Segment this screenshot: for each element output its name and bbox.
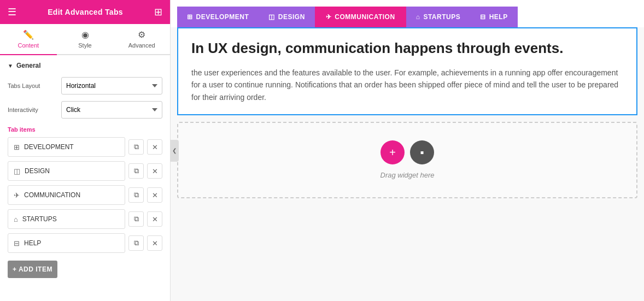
development-tab-icon: ⊞: [187, 13, 193, 21]
advanced-tab-label: Advanced: [128, 42, 155, 49]
communication-tab-icon: ✈: [326, 13, 332, 21]
tab-item-development[interactable]: ⊞ DEVELOPMENT: [8, 137, 125, 157]
help-duplicate-button[interactable]: ⧉: [128, 235, 144, 251]
development-duplicate-button[interactable]: ⧉: [128, 139, 144, 155]
design-duplicate-button[interactable]: ⧉: [128, 163, 144, 179]
interactivity-row: Interactivity Click Hover: [0, 98, 170, 122]
list-item: ◫ DESIGN ⧉ ✕: [0, 159, 170, 183]
panel-header: ☰ Edit Advanced Tabs ⊞: [0, 0, 170, 24]
tab-content[interactable]: ✏️ Content: [0, 24, 57, 54]
help-tab-label: HELP: [489, 13, 508, 21]
drop-zone[interactable]: + ▪ Drag widget here: [177, 122, 637, 198]
communication-item-label: COMMUNICATION: [24, 191, 80, 199]
design-tab-icon: ◫: [268, 13, 275, 21]
general-section-label: General: [16, 62, 41, 69]
tab-style[interactable]: ◉ Style: [57, 24, 114, 54]
drop-zone-icons: + ▪: [380, 140, 434, 164]
drop-zone-label: Drag widget here: [380, 171, 435, 179]
list-item: ✈ COMMUNICATION ⧉ ✕: [0, 183, 170, 207]
content-tab-icon: ✏️: [23, 29, 34, 40]
design-delete-button[interactable]: ✕: [147, 163, 162, 179]
tab-items-section-label: Tab items: [0, 122, 170, 135]
startups-item-label: STARTUPS: [22, 215, 57, 223]
content-heading: In UX design, communication happens thro…: [191, 39, 623, 58]
communication-tab-label: COMMUNICATION: [335, 13, 395, 21]
tabs-layout-label: Tabs Layout: [8, 82, 57, 89]
help-item-icon: ⊟: [14, 239, 20, 247]
help-tab-icon: ⊟: [480, 13, 486, 21]
advanced-tab-icon: ⚙: [138, 29, 145, 40]
design-tab-label: DESIGN: [278, 13, 305, 21]
content-body: the user experiences and the features av…: [191, 67, 623, 103]
tabs-layout-row: Tabs Layout Horizontal Vertical: [0, 74, 170, 98]
tabs-bar: ⊞ DEVELOPMENT ◫ DESIGN ✈ COMMUNICATION ⌂…: [171, 0, 644, 27]
right-panel: ❮ ⊞ DEVELOPMENT ◫ DESIGN ✈ COMMUNICATION…: [171, 0, 644, 301]
tab-button-help[interactable]: ⊟ HELP: [470, 7, 518, 27]
tab-item-design[interactable]: ◫ DESIGN: [8, 161, 125, 181]
general-arrow-icon: ▼: [8, 63, 13, 69]
startups-duplicate-button[interactable]: ⧉: [128, 211, 144, 227]
design-item-icon: ◫: [14, 167, 20, 175]
widget-type-button[interactable]: ▪: [410, 140, 434, 164]
style-tab-icon: ◉: [81, 29, 89, 40]
list-item: ⊞ DEVELOPMENT ⧉ ✕: [0, 135, 170, 159]
development-delete-button[interactable]: ✕: [147, 139, 162, 155]
left-panel: ☰ Edit Advanced Tabs ⊞ ✏️ Content ◉ Styl…: [0, 0, 171, 301]
tab-button-communication[interactable]: ✈ COMMUNICATION: [315, 7, 406, 27]
tab-button-development[interactable]: ⊞ DEVELOPMENT: [177, 7, 259, 27]
content-area: In UX design, communication happens thro…: [177, 27, 637, 115]
help-item-label: HELP: [24, 239, 41, 247]
style-tab-label: Style: [78, 42, 91, 49]
development-item-label: DEVELOPMENT: [24, 143, 74, 151]
startups-item-icon: ⌂: [14, 215, 18, 223]
communication-duplicate-button[interactable]: ⧉: [128, 187, 144, 203]
panel-body: ▼ General Tabs Layout Horizontal Vertica…: [0, 55, 170, 301]
tab-item-communication[interactable]: ✈ COMMUNICATION: [8, 185, 125, 205]
tab-button-startups[interactable]: ⌂ STARTUPS: [406, 7, 471, 27]
add-widget-button[interactable]: +: [380, 140, 405, 164]
development-tab-label: DEVELOPMENT: [196, 13, 249, 21]
panel-tabs: ✏️ Content ◉ Style ⚙ Advanced: [0, 24, 170, 55]
tab-item-startups[interactable]: ⌂ STARTUPS: [8, 209, 125, 229]
list-item: ⊟ HELP ⧉ ✕: [0, 231, 170, 255]
help-delete-button[interactable]: ✕: [147, 235, 162, 251]
content-tab-label: Content: [18, 42, 39, 49]
communication-delete-button[interactable]: ✕: [147, 187, 162, 203]
list-item: ⌂ STARTUPS ⧉ ✕: [0, 207, 170, 231]
hamburger-icon[interactable]: ☰: [8, 6, 16, 18]
interactivity-select[interactable]: Click Hover: [61, 101, 162, 119]
design-item-label: DESIGN: [25, 167, 50, 175]
tabs-layout-select[interactable]: Horizontal Vertical: [61, 77, 162, 95]
startups-tab-label: STARTUPS: [423, 13, 460, 21]
grid-icon[interactable]: ⊞: [154, 6, 162, 18]
tab-button-design[interactable]: ◫ DESIGN: [259, 7, 315, 27]
development-item-icon: ⊞: [14, 143, 20, 151]
startups-delete-button[interactable]: ✕: [147, 211, 162, 227]
general-section-header[interactable]: ▼ General: [0, 55, 170, 74]
tab-item-help[interactable]: ⊟ HELP: [8, 233, 125, 253]
interactivity-label: Interactivity: [8, 107, 57, 113]
add-item-button[interactable]: + ADD ITEM: [8, 261, 57, 278]
tab-advanced[interactable]: ⚙ Advanced: [113, 24, 170, 54]
collapse-handle[interactable]: ❮: [170, 140, 179, 162]
communication-item-icon: ✈: [14, 191, 20, 199]
startups-tab-icon: ⌂: [416, 13, 420, 21]
panel-header-title: Edit Advanced Tabs: [48, 8, 123, 16]
